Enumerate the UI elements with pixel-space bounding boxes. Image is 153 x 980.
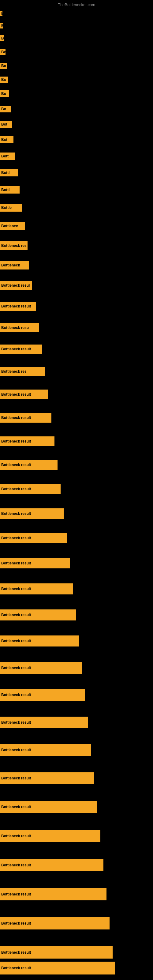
bar-label: Bottleneck result xyxy=(0,533,67,543)
bar-item: Bottleneck result xyxy=(0,345,42,354)
bar-label: Bo xyxy=(0,106,11,112)
bar-item: Bot xyxy=(0,136,13,143)
bar-item: Bo xyxy=(0,63,7,69)
bar-label: Bo xyxy=(0,63,7,69)
bar-item: Bottleneck result xyxy=(0,635,79,646)
bar-item: Bottleneck result xyxy=(0,302,36,311)
bar-item: Bottleneck result xyxy=(0,744,91,756)
bar-item: Bottleneck result xyxy=(0,584,73,595)
bar-label: Bot xyxy=(0,121,12,128)
bar-item: Bot xyxy=(0,121,12,128)
bar-label: Bottleneck result xyxy=(0,772,94,784)
bar-label: Bottle xyxy=(0,204,22,212)
bar-label: Bottleneck result xyxy=(0,345,42,354)
bar-item: Bottleneck resul xyxy=(0,281,32,290)
bar-label: Bottleneck result xyxy=(0,946,113,959)
bar-item: B xyxy=(0,35,4,41)
bar-label: Bottleneck result xyxy=(0,689,85,701)
bar-label: Bottleneck result xyxy=(0,635,79,646)
bar-label: Bottleneck result xyxy=(0,744,91,756)
bar-label: Bottleneck res xyxy=(0,367,45,376)
bar-item: Bottleneck result xyxy=(0,436,54,446)
bar-label: Bo xyxy=(0,49,5,55)
bar-item: Bo xyxy=(0,90,9,97)
bar-label: Bottlenec xyxy=(0,222,25,230)
bar-label: Bottleneck result xyxy=(0,460,57,470)
bar-label: Bottleneck result xyxy=(0,413,51,423)
bar-label: Bottleneck result xyxy=(0,436,54,446)
bar-item: B xyxy=(0,11,2,16)
bar-item: Bottleneck res xyxy=(0,241,27,250)
bar-item: Bottleneck result xyxy=(0,484,61,494)
bar-item: Bottleneck resu xyxy=(0,323,39,332)
bar-item: Bottlenec xyxy=(0,222,25,230)
bar-label: B xyxy=(0,11,2,16)
bar-item: Bottleneck result xyxy=(0,888,107,900)
bar-label: Bott xyxy=(0,153,15,160)
bar-label: Bottleneck res xyxy=(0,241,27,250)
bar-label: Bottleneck result xyxy=(0,662,82,674)
bar-item: Bottleneck result xyxy=(0,772,94,784)
bar-label: Bo xyxy=(0,76,8,83)
site-title: TheBottlenecker.com xyxy=(58,2,95,7)
bar-label: Bottleneck result xyxy=(0,830,100,842)
bar-item: Bottleneck result xyxy=(0,689,85,701)
bar-item: Bottleneck result xyxy=(0,390,48,399)
bar-label: Bottleneck result xyxy=(0,917,110,929)
bar-item: Bott xyxy=(0,153,15,160)
bar-label: Bottl xyxy=(0,186,19,194)
bar-item: Bottleneck result xyxy=(0,946,113,959)
bar-label: Bottleneck result xyxy=(0,584,73,595)
bar-label: Bottleneck result xyxy=(0,962,115,975)
bar-label: Bottleneck result xyxy=(0,888,107,900)
bar-item: Bottleneck result xyxy=(0,508,64,519)
bar-label: Bottl xyxy=(0,169,18,177)
bar-item: Bottleneck result xyxy=(0,413,51,423)
bar-item: Bo xyxy=(0,106,11,112)
bar-item: Bottl xyxy=(0,186,19,194)
bar-label: Bottleneck result xyxy=(0,390,48,399)
bar-label: B xyxy=(0,35,4,41)
bar-item: Bottleneck result xyxy=(0,962,115,975)
bar-item: Bottl xyxy=(0,169,18,177)
bar-label: Bottleneck result xyxy=(0,302,36,311)
bar-item: Bottleneck result xyxy=(0,460,57,470)
bar-label: Bottleneck xyxy=(0,261,29,269)
bar-item: Bo xyxy=(0,49,5,55)
bar-item: B xyxy=(0,23,3,29)
bar-label: Bot xyxy=(0,136,13,143)
bar-label: Bottleneck result xyxy=(0,609,76,620)
bar-item: Bottle xyxy=(0,204,22,212)
bar-item: Bottleneck result xyxy=(0,801,97,813)
bar-label: Bottleneck resul xyxy=(0,281,32,290)
bar-item: Bo xyxy=(0,76,8,83)
bar-item: Bottleneck result xyxy=(0,917,110,929)
bar-item: Bottleneck res xyxy=(0,367,45,376)
bar-label: Bottleneck result xyxy=(0,558,70,568)
bar-label: Bottleneck result xyxy=(0,801,97,813)
bar-label: Bottleneck result xyxy=(0,484,61,494)
bar-item: Bottleneck result xyxy=(0,859,104,871)
bar-item: Bottleneck result xyxy=(0,533,67,543)
bar-item: Bottleneck result xyxy=(0,717,88,728)
bar-item: Bottleneck result xyxy=(0,662,82,674)
bar-label: Bottleneck result xyxy=(0,508,64,519)
bar-item: Bottleneck xyxy=(0,261,29,269)
bar-label: B xyxy=(0,23,3,29)
bar-item: Bottleneck result xyxy=(0,558,70,568)
bar-label: Bo xyxy=(0,90,9,97)
bar-label: Bottleneck resu xyxy=(0,323,39,332)
bar-label: Bottleneck result xyxy=(0,717,88,728)
bar-label: Bottleneck result xyxy=(0,859,104,871)
bar-item: Bottleneck result xyxy=(0,830,100,842)
bar-item: Bottleneck result xyxy=(0,609,76,620)
